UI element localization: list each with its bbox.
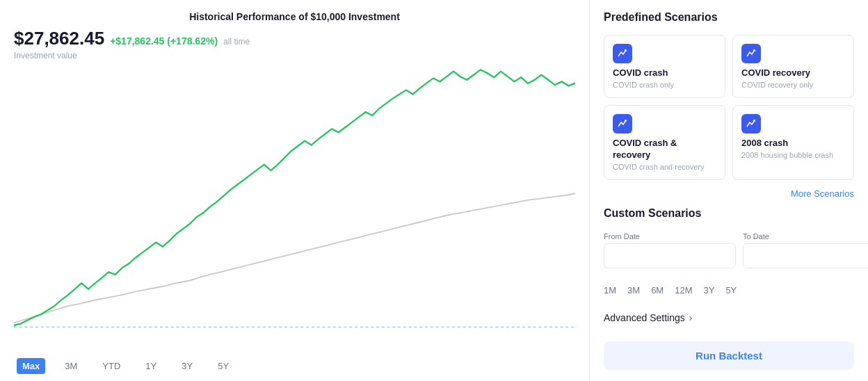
chart-area — [14, 65, 575, 352]
time-btn-3y[interactable]: 3Y — [176, 358, 198, 374]
quick-date-5y[interactable]: 5Y — [725, 284, 737, 297]
scenarios-grid: COVID crash COVID crash only COVID recov… — [604, 35, 854, 180]
from-date-label: From Date — [604, 232, 736, 241]
time-btn-5y[interactable]: 5Y — [212, 358, 234, 374]
quick-date-12m[interactable]: 12M — [675, 284, 692, 297]
run-backtest-button[interactable]: Run Backtest — [604, 341, 854, 370]
main-value: $27,862.45 — [14, 28, 104, 49]
scenario-name-covid-crash: COVID crash — [613, 67, 716, 79]
time-btn-1y[interactable]: 1Y — [140, 358, 162, 374]
gain-value: +$17,862.45 (+178.62%) — [110, 35, 218, 47]
right-panel: Predefined Scenarios COVID crash COVID c… — [590, 0, 868, 381]
from-date-input[interactable] — [604, 243, 736, 268]
predefined-scenarios-title: Predefined Scenarios — [604, 11, 854, 24]
more-scenarios-link[interactable]: More Scenarios — [791, 188, 854, 199]
left-panel: Historical Performance of $10,000 Invest… — [0, 0, 590, 381]
custom-scenarios-title: Custom Scenarios — [604, 207, 854, 220]
date-fields: From Date To Date — [604, 232, 854, 268]
chevron-right-icon: › — [689, 312, 693, 323]
time-buttons: Max 3M YTD 1Y 3Y 5Y — [14, 358, 575, 374]
scenario-desc-covid-crash: COVID crash only — [613, 81, 716, 89]
scenario-name-2008: 2008 crash — [741, 138, 845, 149]
to-date-input[interactable] — [743, 243, 868, 268]
quick-date-3y[interactable]: 3Y — [703, 284, 714, 297]
scenario-card-covid-both[interactable]: COVID crash & recovery COVID crash and r… — [604, 105, 725, 180]
more-scenarios-row: More Scenarios — [604, 188, 854, 199]
chart-title: Historical Performance of $10,000 Invest… — [14, 11, 575, 22]
scenario-card-2008[interactable]: 2008 crash 2008 housing bubble crash — [732, 105, 854, 180]
quick-dates: 1M 3M 6M 12M 3Y 5Y — [604, 284, 854, 297]
scenario-card-covid-crash[interactable]: COVID crash COVID crash only — [604, 35, 725, 98]
scenario-desc-covid-recovery: COVID recovery only — [741, 81, 845, 89]
quick-date-3m[interactable]: 3M — [627, 284, 640, 297]
investment-label: Investment value — [14, 51, 575, 60]
advanced-settings-label: Advanced Settings — [604, 312, 685, 323]
to-date-group: To Date — [743, 232, 868, 268]
scenario-icon-2008 — [741, 114, 761, 133]
time-btn-3m[interactable]: 3M — [59, 358, 83, 374]
time-btn-max[interactable]: Max — [17, 358, 45, 374]
time-btn-ytd[interactable]: YTD — [97, 358, 126, 374]
to-date-label: To Date — [743, 232, 868, 241]
quick-date-6m[interactable]: 6M — [651, 284, 664, 297]
time-label: all time — [223, 37, 250, 47]
advanced-settings-row[interactable]: Advanced Settings › — [604, 312, 854, 323]
investment-value-row: $27,862.45 +$17,862.45 (+178.62%) all ti… — [14, 28, 575, 49]
scenario-card-covid-recovery[interactable]: COVID recovery COVID recovery only — [732, 35, 854, 98]
scenario-desc-2008: 2008 housing bubble crash — [741, 151, 845, 159]
scenario-name-covid-both: COVID crash & recovery — [613, 138, 716, 161]
scenario-icon-covid-both — [613, 114, 632, 133]
quick-date-1m[interactable]: 1M — [604, 284, 616, 297]
from-date-group: From Date — [604, 232, 736, 268]
scenario-desc-covid-both: COVID crash and recovery — [613, 163, 716, 171]
scenario-icon-covid-recovery — [741, 44, 761, 63]
scenario-name-covid-recovery: COVID recovery — [741, 67, 845, 79]
scenario-icon-covid-crash — [613, 44, 632, 63]
